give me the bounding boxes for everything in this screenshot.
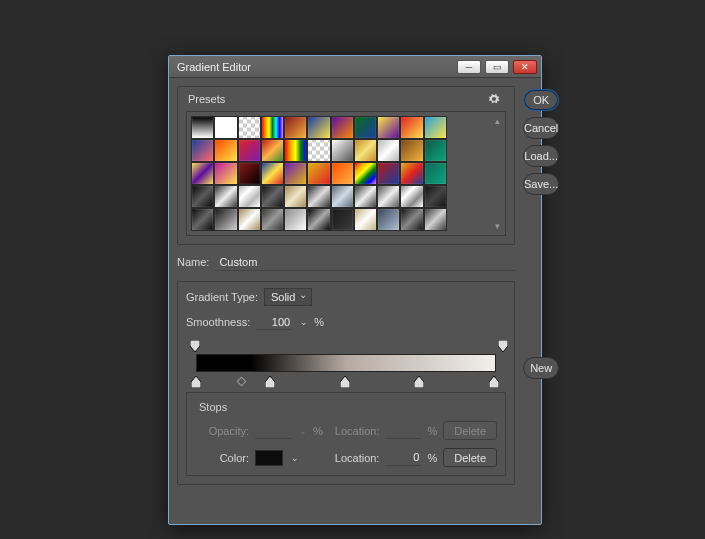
preset-swatch[interactable]	[238, 208, 261, 231]
preset-swatch[interactable]	[284, 139, 307, 162]
color-stop[interactable]	[489, 376, 499, 388]
preset-swatch[interactable]	[261, 116, 284, 139]
preset-swatch[interactable]	[307, 139, 330, 162]
smoothness-input[interactable]	[256, 314, 292, 330]
preset-swatch[interactable]	[284, 116, 307, 139]
preset-swatch[interactable]	[191, 208, 214, 231]
opacity-label: Opacity:	[195, 425, 249, 437]
close-button[interactable]: ✕	[513, 60, 537, 74]
midpoint-handle[interactable]	[236, 377, 246, 387]
preset-swatch[interactable]	[238, 116, 261, 139]
preset-swatch[interactable]	[214, 185, 237, 208]
preset-swatch[interactable]	[377, 208, 400, 231]
preset-swatch[interactable]	[307, 116, 330, 139]
ok-button[interactable]: OK	[523, 89, 559, 111]
preset-swatch[interactable]	[377, 162, 400, 185]
color-stop[interactable]	[265, 376, 275, 388]
preset-swatch[interactable]	[214, 208, 237, 231]
color-location-label: Location:	[335, 452, 380, 464]
preset-swatch[interactable]	[307, 185, 330, 208]
save-button[interactable]: Save...	[523, 173, 559, 195]
preset-swatch[interactable]	[284, 185, 307, 208]
cancel-button[interactable]: Cancel	[523, 117, 559, 139]
preset-swatch[interactable]	[331, 185, 354, 208]
preset-swatch[interactable]	[377, 139, 400, 162]
color-delete-button[interactable]: Delete	[443, 448, 497, 467]
gear-icon[interactable]	[488, 93, 500, 105]
new-button[interactable]: New	[523, 357, 559, 379]
preset-swatch[interactable]	[424, 208, 447, 231]
preset-swatch[interactable]	[331, 139, 354, 162]
preset-swatch[interactable]	[400, 116, 423, 139]
preset-swatch[interactable]	[261, 162, 284, 185]
preset-swatch[interactable]	[331, 116, 354, 139]
svg-marker-5	[414, 376, 424, 388]
gradient-bar[interactable]	[196, 354, 496, 372]
preset-swatch[interactable]	[238, 162, 261, 185]
preset-swatch[interactable]	[424, 139, 447, 162]
color-location-input[interactable]	[385, 450, 421, 466]
preset-swatch[interactable]	[424, 185, 447, 208]
scroll-down-icon[interactable]: ▾	[492, 221, 502, 231]
preset-swatch[interactable]	[377, 116, 400, 139]
preset-swatch[interactable]	[191, 162, 214, 185]
preset-swatch[interactable]	[238, 139, 261, 162]
load-button[interactable]: Load...	[523, 145, 559, 167]
preset-swatch[interactable]	[191, 116, 214, 139]
preset-swatch[interactable]	[377, 185, 400, 208]
color-stop[interactable]	[191, 376, 201, 388]
color-stop[interactable]	[414, 376, 424, 388]
opacity-stop[interactable]	[190, 340, 200, 352]
preset-swatch[interactable]	[331, 208, 354, 231]
gradient-type-select[interactable]: Solid	[264, 288, 312, 306]
preset-swatch[interactable]	[191, 185, 214, 208]
preset-swatch[interactable]	[284, 208, 307, 231]
preset-area: ▴ ▾	[186, 111, 506, 236]
stops-panel: Stops Opacity: ⌄ % Location: % Delete Co…	[186, 392, 506, 476]
color-swatch[interactable]	[255, 450, 283, 466]
preset-swatch[interactable]	[261, 139, 284, 162]
preset-scrollbar[interactable]: ▴ ▾	[492, 116, 502, 231]
preset-swatch[interactable]	[424, 162, 447, 185]
chevron-down-icon[interactable]: ⌄	[298, 317, 308, 327]
preset-swatch[interactable]	[354, 185, 377, 208]
percent-label-2: %	[313, 425, 323, 437]
titlebar[interactable]: Gradient Editor ─ ▭ ✕	[169, 56, 541, 78]
preset-swatch[interactable]	[284, 162, 307, 185]
name-input[interactable]	[215, 253, 515, 271]
preset-swatch[interactable]	[238, 185, 261, 208]
preset-swatch[interactable]	[400, 162, 423, 185]
preset-swatch[interactable]	[400, 185, 423, 208]
svg-marker-0	[190, 340, 200, 352]
preset-swatch[interactable]	[307, 208, 330, 231]
preset-swatch[interactable]	[424, 116, 447, 139]
presets-label: Presets	[188, 93, 225, 105]
color-stop[interactable]	[340, 376, 350, 388]
preset-swatch[interactable]	[354, 139, 377, 162]
preset-swatch[interactable]	[400, 139, 423, 162]
chevron-down-icon[interactable]: ⌄	[289, 453, 299, 463]
preset-swatch[interactable]	[307, 162, 330, 185]
opacity-stop[interactable]	[498, 340, 508, 352]
preset-swatch[interactable]	[354, 208, 377, 231]
preset-swatch[interactable]	[214, 162, 237, 185]
scroll-up-icon[interactable]: ▴	[492, 116, 502, 126]
window-title: Gradient Editor	[177, 61, 251, 73]
presets-panel: Presets ▴ ▾	[177, 86, 515, 245]
preset-swatch[interactable]	[354, 162, 377, 185]
preset-swatch[interactable]	[261, 185, 284, 208]
gradient-type-value: Solid	[271, 291, 295, 303]
preset-swatch[interactable]	[191, 139, 214, 162]
chevron-down-icon: ⌄	[297, 426, 307, 436]
minimize-button[interactable]: ─	[457, 60, 481, 74]
preset-swatch[interactable]	[400, 208, 423, 231]
preset-swatch[interactable]	[214, 116, 237, 139]
svg-marker-3	[265, 376, 275, 388]
preset-swatch[interactable]	[331, 162, 354, 185]
maximize-button[interactable]: ▭	[485, 60, 509, 74]
opacity-input	[255, 423, 291, 439]
svg-marker-6	[489, 376, 499, 388]
preset-swatch[interactable]	[214, 139, 237, 162]
preset-swatch[interactable]	[354, 116, 377, 139]
preset-swatch[interactable]	[261, 208, 284, 231]
